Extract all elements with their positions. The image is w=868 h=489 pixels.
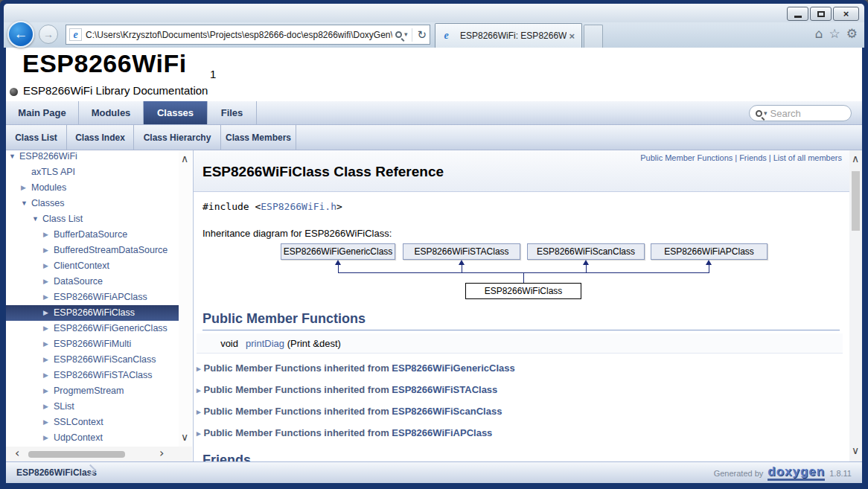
tree-expand-icon[interactable]: ▶	[43, 336, 48, 352]
browser-tab[interactable]: e ESP8266WiFi: ESP8266WiFi... ×	[435, 23, 582, 48]
sidebar-item-progmemstream[interactable]: ▶ProgmemStream	[6, 383, 179, 399]
sidebar-item-class-list[interactable]: ▼Class List	[6, 211, 179, 227]
scroll-down-icon[interactable]: ∨	[852, 445, 859, 456]
back-button[interactable]: ←	[7, 21, 34, 48]
inherited-section-header[interactable]: ▸Public Member Functions inherited from …	[197, 424, 492, 442]
inherited-class-link[interactable]: ESP8266WiFiGenericClass	[392, 362, 514, 374]
sidebar-item-sslcontext[interactable]: ▶SSLContext	[6, 415, 179, 430]
sidebar-item-label: ProgmemStream	[54, 383, 124, 399]
tree-expand-icon[interactable]: ▶	[43, 415, 48, 430]
tree-expand-icon[interactable]: ▶	[43, 399, 48, 415]
sidebar-item-slist[interactable]: ▶SList	[6, 399, 179, 415]
sidebar-item-esp8266wifiapclass[interactable]: ▶ESP8266WiFiAPClass	[6, 290, 179, 305]
home-icon[interactable]: ⌂	[815, 28, 823, 40]
summary-link-public-member-functions[interactable]: Public Member Functions	[640, 153, 733, 162]
sidebar-item-axtls-api[interactable]: axTLS API	[6, 164, 179, 180]
inherited-section-header[interactable]: ▸Public Member Functions inherited from …	[197, 403, 502, 421]
tab-class-members[interactable]: Class Members	[221, 125, 296, 150]
window-maximize-button[interactable]	[810, 7, 832, 21]
inherited-class-link[interactable]: ESP8266WiFiSTAClass	[392, 384, 497, 395]
tree-expand-icon[interactable]: ▶	[43, 274, 48, 290]
tab-title: ESP8266WiFi: ESP8266WiFi...	[456, 31, 567, 41]
inherited-class-link[interactable]: ESP8266WiFiAPClass	[392, 427, 492, 438]
tree-expand-icon[interactable]: ▶	[21, 180, 26, 196]
sidebar-item-bufferedstreamdatasource[interactable]: ▶BufferedStreamDataSource	[6, 243, 179, 258]
tree-expand-icon[interactable]: ▶	[43, 243, 48, 258]
sidebar-item-esp8266wifistaclass[interactable]: ▶ESP8266WiFiSTAClass	[6, 368, 179, 383]
tree-collapse-icon[interactable]: ▼	[32, 211, 39, 227]
settings-gear-icon[interactable]: ⚙	[846, 28, 858, 40]
diagram-box-staclass[interactable]: ESP8266WiFiSTAClass	[403, 243, 520, 260]
scroll-up-icon[interactable]: ∧	[852, 153, 859, 164]
scroll-right-icon[interactable]: ›	[159, 447, 164, 459]
search-icon[interactable]	[395, 31, 402, 38]
window-titlebar[interactable]	[4, 4, 864, 22]
inherited-class-link[interactable]: ESP8266WiFiScanClass	[392, 406, 502, 417]
include-file-link[interactable]: ESP8266WiFi.h	[261, 201, 336, 212]
tree-expand-icon[interactable]: ▶	[43, 321, 48, 336]
sidebar-item-esp8266wifiscanclass[interactable]: ▶ESP8266WiFiScanClass	[6, 352, 179, 368]
sidebar-item-esp8266wifimulti[interactable]: ▶ESP8266WiFiMulti	[6, 336, 179, 352]
scroll-up-icon[interactable]: ∧	[181, 153, 188, 164]
sidebar-item-udpcontext[interactable]: ▶UdpContext	[6, 430, 179, 446]
tree-collapse-icon[interactable]: ▼	[21, 196, 28, 211]
tab-class-list[interactable]: Class List	[6, 125, 67, 150]
tree-expand-icon[interactable]: ▶	[43, 258, 48, 274]
sidebar-item-esp8266wifigenericclass[interactable]: ▶ESP8266WiFiGenericClass	[6, 321, 179, 336]
sidebar-item-esp8266wificlass[interactable]: ▶ESP8266WiFiClass	[6, 305, 179, 321]
sidebar-vertical-scrollbar[interactable]: ∧ ∨	[179, 150, 192, 447]
tree-expand-icon[interactable]: ▶	[43, 352, 48, 368]
address-url[interactable]: C:\Users\Krzysztof\Documents\Projects\es…	[86, 30, 392, 40]
sidebar-item-datasource[interactable]: ▶DataSource	[6, 274, 179, 290]
refresh-icon[interactable]: ↻	[417, 29, 427, 40]
diagram-box-apclass[interactable]: ESP8266WiFiAPClass	[651, 243, 768, 260]
tree-expand-icon[interactable]: ▶	[43, 430, 48, 446]
diagram-box-genericclass[interactable]: ESP8266WiFiGenericClass	[281, 243, 395, 260]
diagram-box-scanclass[interactable]: ESP8266WiFiScanClass	[527, 243, 645, 260]
doc-search-box[interactable]: ▾	[749, 105, 852, 121]
search-input[interactable]	[769, 107, 845, 120]
new-tab-button[interactable]	[584, 25, 603, 48]
doxygen-logo[interactable]: doxygen	[768, 465, 825, 481]
forward-button[interactable]: →	[39, 25, 58, 44]
sidebar-horizontal-scrollbar[interactable]: ‹ ›	[6, 447, 192, 461]
tree-expand-icon[interactable]: ▶	[43, 290, 48, 305]
sub-tab-bar: Class List Class Index Class Hierarchy C…	[6, 125, 862, 150]
search-icon	[756, 110, 762, 117]
scroll-down-icon[interactable]: ∨	[181, 432, 188, 442]
sidebar-item-classes[interactable]: ▼Classes	[6, 196, 179, 211]
favorites-star-icon[interactable]: ☆	[829, 28, 840, 40]
inherited-section-header[interactable]: ▸Public Member Functions inherited from …	[197, 359, 515, 377]
tab-classes[interactable]: Classes	[144, 101, 208, 124]
address-bar[interactable]: e C:\Users\Krzysztof\Documents\Projects\…	[66, 25, 430, 45]
tab-class-index[interactable]: Class Index	[67, 125, 134, 150]
chevron-down-icon[interactable]: ▾	[404, 31, 408, 38]
tab-main-page[interactable]: Main Page	[6, 101, 79, 124]
sidebar-item-label: BufferDataSource	[54, 227, 127, 243]
sidebar-item-modules[interactable]: ▶Modules	[6, 180, 179, 196]
tab-files[interactable]: Files	[208, 101, 257, 124]
sidebar-item-clientcontext[interactable]: ▶ClientContext	[6, 258, 179, 274]
scrollbar-thumb[interactable]	[852, 171, 860, 231]
scroll-left-icon[interactable]: ‹	[15, 447, 19, 459]
content-vertical-scrollbar[interactable]: ∧ ∨	[849, 150, 862, 461]
member-link-printdiag[interactable]: printDiag	[246, 338, 284, 349]
tab-close-icon[interactable]: ×	[567, 31, 577, 42]
window-close-button[interactable]: ×	[833, 7, 859, 21]
tree-expand-icon[interactable]: ▶	[43, 227, 48, 243]
window-minimize-button[interactable]	[787, 7, 808, 21]
tab-label: Class List	[15, 132, 57, 143]
summary-link-friends[interactable]: Friends	[739, 153, 767, 162]
scrollbar-thumb[interactable]	[28, 451, 125, 458]
sidebar-item-esp8266wifi[interactable]: ▼ESP8266WiFi	[6, 150, 179, 164]
tree-collapse-icon[interactable]: ▼	[9, 150, 16, 164]
summary-link-all-members[interactable]: List of all members	[773, 153, 842, 162]
inherited-section-header[interactable]: ▸Public Member Functions inherited from …	[197, 381, 497, 399]
tree-expand-icon[interactable]: ▶	[43, 305, 48, 321]
sidebar-item-bufferdatasource[interactable]: ▶BufferDataSource	[6, 227, 179, 243]
tab-class-hierarchy[interactable]: Class Hierarchy	[134, 125, 221, 150]
chevron-down-icon[interactable]: ▾	[764, 110, 768, 117]
tab-modules[interactable]: Modules	[79, 101, 144, 124]
tree-expand-icon[interactable]: ▶	[43, 383, 48, 399]
tree-expand-icon[interactable]: ▶	[43, 368, 48, 383]
